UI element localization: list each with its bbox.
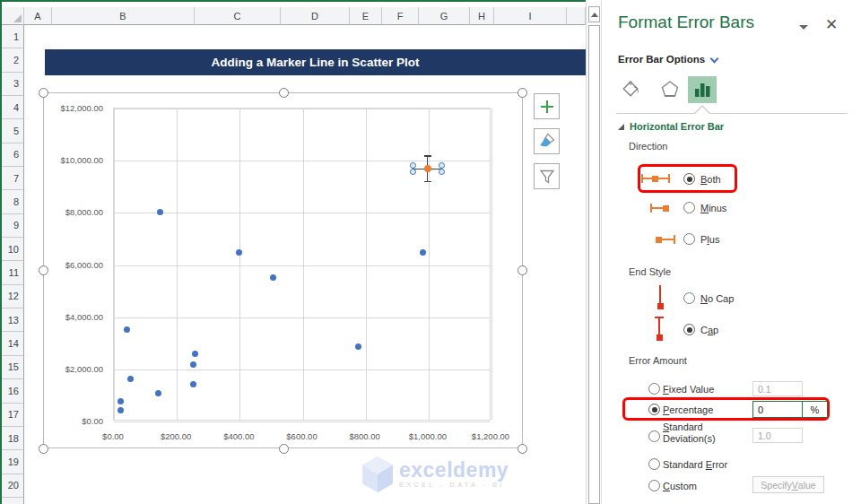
column-header-partial[interactable] xyxy=(567,7,586,25)
row-header-5[interactable]: 5 xyxy=(2,119,24,143)
y-axis-tick-label: $6,000.00 xyxy=(48,260,103,270)
scatter-point[interactable] xyxy=(190,361,196,368)
direction-option-plus[interactable]: Plus xyxy=(700,234,719,245)
error-amount-standard-deviation[interactable]: Standard Deviation(s) xyxy=(663,421,731,444)
radio-standard-deviation[interactable] xyxy=(648,430,660,442)
select-all-corner[interactable] xyxy=(2,7,24,25)
column-header-G[interactable]: G xyxy=(419,7,470,25)
window-edge-top xyxy=(0,0,586,2)
column-header-H[interactable]: H xyxy=(470,7,494,25)
sheet-vertical-scrollbar[interactable] xyxy=(586,2,601,504)
pane-dropdown-icon[interactable] xyxy=(799,25,808,30)
row-header-2[interactable]: 2 xyxy=(2,48,24,72)
row-header-12[interactable]: 12 xyxy=(2,285,24,308)
error-amount-fixed-value[interactable]: Fixed Value xyxy=(663,384,714,395)
row-header-9[interactable]: 9 xyxy=(2,214,24,238)
row-header-10[interactable]: 10 xyxy=(2,238,24,261)
row-header-8[interactable]: 8 xyxy=(2,190,24,213)
format-error-bars-pane: Format Error Bars ✕ Error Bar Options Ho… xyxy=(601,0,861,504)
tab-effects[interactable] xyxy=(656,76,684,103)
radio-plus[interactable] xyxy=(683,233,695,245)
specify-value-button[interactable]: Specify Value xyxy=(752,476,824,493)
row-header-14[interactable]: 14 xyxy=(2,332,24,355)
row-header-1[interactable]: 1 xyxy=(2,25,24,48)
scatter-point[interactable] xyxy=(236,249,242,256)
gridline-horizontal xyxy=(114,421,490,422)
radio-minus[interactable] xyxy=(683,202,695,213)
row-header-15[interactable]: 15 xyxy=(2,356,24,379)
scatter-point[interactable] xyxy=(270,274,276,281)
tab-error-bar-options[interactable] xyxy=(688,76,717,103)
end-style-option-no-cap[interactable]: No Cap xyxy=(700,293,734,304)
chart-filters-button[interactable] xyxy=(534,163,560,189)
scatter-point[interactable] xyxy=(190,381,196,387)
column-header-E[interactable]: E xyxy=(350,7,382,25)
row-header-18[interactable]: 18 xyxy=(2,427,24,450)
chart-elements-button[interactable] xyxy=(534,93,560,119)
scatter-point[interactable] xyxy=(157,209,163,215)
chart-resize-handle[interactable] xyxy=(517,265,527,275)
bar-chart-icon xyxy=(691,78,714,101)
chart-resize-handle[interactable] xyxy=(39,444,48,454)
exceldemy-logo-icon xyxy=(361,456,394,493)
direction-option-minus[interactable]: Minus xyxy=(700,203,726,213)
tab-notch xyxy=(695,107,709,114)
column-header-B[interactable]: B xyxy=(52,7,195,25)
chart-styles-button[interactable] xyxy=(534,128,560,154)
row-header-13[interactable]: 13 xyxy=(2,308,24,332)
scrollbar-thumb[interactable] xyxy=(588,25,600,504)
row-headers: 123456789101112131415161718192021 xyxy=(2,25,24,504)
collapse-triangle-icon[interactable] xyxy=(618,124,624,130)
chart-resize-handle[interactable] xyxy=(39,265,48,275)
radio-custom[interactable] xyxy=(648,480,660,491)
row-header-19[interactable]: 19 xyxy=(2,450,24,474)
error-amount-custom[interactable]: Custom xyxy=(663,481,697,491)
column-header-I[interactable]: I xyxy=(494,7,567,25)
radio-fixed-value[interactable] xyxy=(648,383,660,395)
end-style-option-cap[interactable]: Cap xyxy=(700,325,718,335)
row-header-6[interactable]: 6 xyxy=(2,143,24,167)
percentage-input[interactable]: 0 xyxy=(753,402,802,417)
scatter-point[interactable] xyxy=(420,249,426,256)
chevron-down-icon[interactable] xyxy=(710,55,719,64)
section-horizontal-error-bar: Horizontal Error Bar xyxy=(630,121,724,132)
chart-resize-handle[interactable] xyxy=(279,88,289,98)
radio-cap[interactable] xyxy=(683,324,695,335)
column-header-D[interactable]: D xyxy=(281,7,350,25)
chart-resize-handle[interactable] xyxy=(517,88,527,98)
funnel-icon xyxy=(538,168,556,186)
x-axis-tick-label: $1,200.00 xyxy=(458,431,523,441)
error-amount-standard-error[interactable]: Standard Error xyxy=(663,459,727,470)
row-header-3[interactable]: 3 xyxy=(2,73,24,96)
gridline-horizontal xyxy=(114,369,490,370)
scatter-point[interactable] xyxy=(124,326,130,333)
row-header-7[interactable]: 7 xyxy=(2,167,24,190)
banner-title-text: Adding a Marker Line in Scatter Plot xyxy=(212,56,420,69)
row-header-20[interactable]: 20 xyxy=(2,474,24,498)
scatter-point[interactable] xyxy=(127,376,134,382)
chart-resize-handle[interactable] xyxy=(517,444,527,454)
radio-standard-error[interactable] xyxy=(648,458,660,470)
close-icon[interactable]: ✕ xyxy=(825,15,838,34)
chart-resize-handle[interactable] xyxy=(279,444,289,454)
column-header-A[interactable]: A xyxy=(24,7,52,25)
y-axis-tick-label: $12,000.00 xyxy=(48,103,103,113)
row-header-4[interactable]: 4 xyxy=(2,96,24,119)
scatter-point[interactable] xyxy=(192,351,198,357)
row-header-17[interactable]: 17 xyxy=(2,404,24,427)
row-header-16[interactable]: 16 xyxy=(2,379,24,403)
scatter-point[interactable] xyxy=(355,343,361,350)
error-bar-options-label[interactable]: Error Bar Options xyxy=(618,54,705,65)
column-header-F[interactable]: F xyxy=(382,7,419,25)
column-header-C[interactable]: C xyxy=(195,7,281,25)
standard-deviation-input[interactable]: 1.0 xyxy=(752,428,803,443)
radio-no-cap[interactable] xyxy=(683,292,695,304)
row-header-21[interactable]: 21 xyxy=(2,498,24,504)
row-header-11[interactable]: 11 xyxy=(2,261,24,284)
fixed-value-input[interactable]: 0.1 xyxy=(752,381,803,396)
scroll-up-arrow[interactable] xyxy=(588,6,600,22)
chart-resize-handle[interactable] xyxy=(39,88,48,98)
no-cap-icon xyxy=(657,285,664,309)
tab-fill-line[interactable] xyxy=(617,76,646,103)
scatter-chart[interactable]: $0.00$200.00$400.00$600.00$800.00$1,000.… xyxy=(43,92,523,448)
